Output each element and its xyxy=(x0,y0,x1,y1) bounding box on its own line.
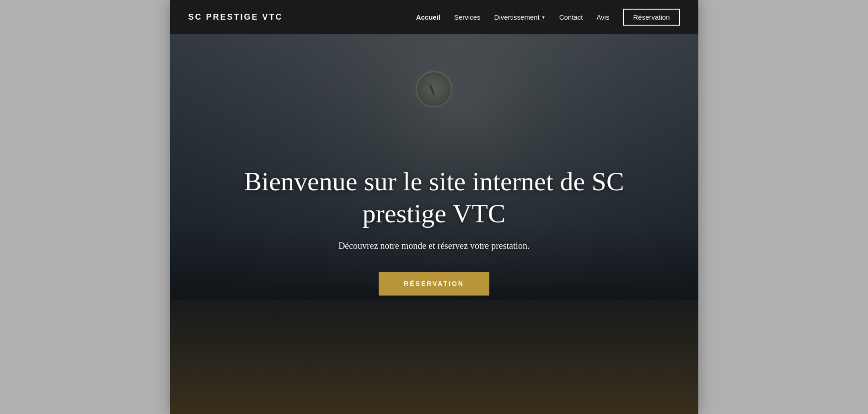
nav-item-avis[interactable]: Avis xyxy=(596,13,609,21)
nav-item-divertissement[interactable]: Divertissement xyxy=(494,13,546,21)
nav-item-accueil[interactable]: Accueil xyxy=(416,13,440,21)
navbar: SC PRESTIGE VTC Accueil Services Diverti… xyxy=(170,0,698,34)
hero-title: Bienvenue sur le site internet de SC pre… xyxy=(228,166,640,229)
hero-subtitle: Découvrez notre monde et réservez votre … xyxy=(228,241,640,251)
hero-content: Bienvenue sur le site internet de SC pre… xyxy=(228,166,640,296)
hero-section: Bienvenue sur le site internet de SC pre… xyxy=(170,34,698,414)
nav-item-contact[interactable]: Contact xyxy=(559,13,583,21)
nav-item-reservation[interactable]: Réservation xyxy=(623,9,680,26)
nav-item-services[interactable]: Services xyxy=(454,13,481,21)
navbar-brand[interactable]: SC PRESTIGE VTC xyxy=(188,12,283,22)
hero-cta-button[interactable]: RÉSERVATION xyxy=(379,272,489,296)
navbar-nav: Accueil Services Divertissement Contact … xyxy=(416,9,680,26)
